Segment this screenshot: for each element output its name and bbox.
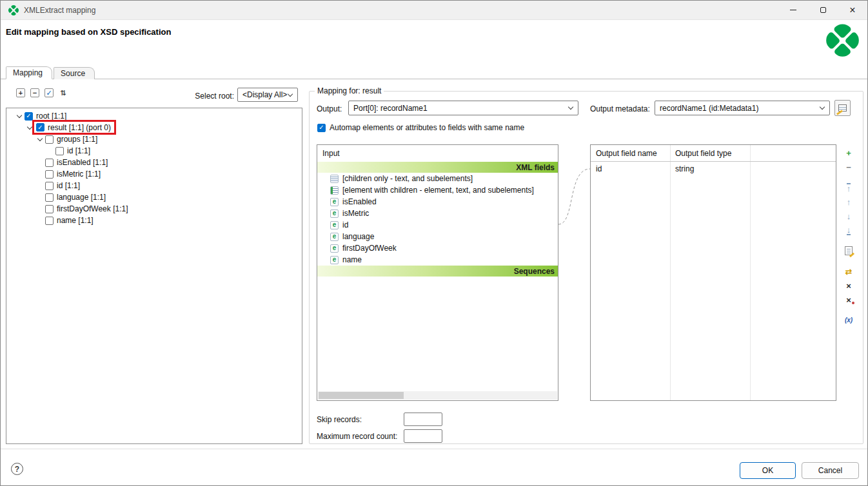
- tree-row[interactable]: id [1:1]: [6, 180, 302, 191]
- xsd-tree: root [1:1]result [1:1] (port 0)groups [1…: [6, 108, 302, 444]
- tree-row[interactable]: id [1:1]: [6, 145, 302, 157]
- column-divider: [750, 145, 751, 400]
- cancel-button[interactable]: Cancel: [802, 462, 859, 479]
- output-field-name-cell: id: [591, 164, 670, 173]
- automap-icon[interactable]: ⇄: [842, 266, 855, 277]
- input-field-list: XML fields[children only - text, and sub…: [317, 162, 558, 277]
- xpath-icon[interactable]: (x): [842, 315, 855, 326]
- input-field-label: id: [342, 220, 348, 229]
- add-field-icon[interactable]: +: [842, 147, 855, 159]
- automap-checkbox-label: Automap elements or attributes to fields…: [330, 123, 524, 132]
- output-table-column-header: Output field name: [591, 145, 670, 161]
- tree-node-checkbox[interactable]: [45, 135, 54, 144]
- input-field-item[interactable]: [element with children - element, text, …: [317, 184, 558, 196]
- automap-checkbox[interactable]: [317, 124, 326, 132]
- maximize-button[interactable]: [808, 1, 838, 20]
- element-icon: e: [330, 221, 339, 229]
- ok-button[interactable]: OK: [740, 462, 796, 479]
- tree-node-label: id [1:1]: [57, 181, 80, 190]
- tree-row[interactable]: groups [1:1]: [6, 133, 302, 145]
- clear-mappings-icon[interactable]: ×: [842, 294, 855, 306]
- tree-node-checkbox[interactable]: [45, 170, 54, 179]
- select-root-value: <Display All>: [242, 90, 287, 99]
- tree-node-checkbox[interactable]: [45, 205, 54, 213]
- remove-field-icon[interactable]: −: [842, 161, 855, 173]
- tree-node-checkbox[interactable]: [45, 217, 54, 225]
- xmlextract-mapping-dialog: XMLExtract mapping × Edit mapping based …: [0, 0, 868, 486]
- output-label: Output:: [317, 104, 342, 113]
- tab-source[interactable]: Source: [54, 67, 95, 79]
- select-root-combo[interactable]: <Display All>: [237, 88, 298, 102]
- tree-node-checkbox[interactable]: [45, 182, 54, 190]
- dialog-content: +−✓⇅ Select root: <Display All> root [1:…: [1, 79, 867, 449]
- input-field-item[interactable]: ename: [317, 254, 558, 266]
- check-elements-icon[interactable]: ✓: [44, 88, 54, 97]
- input-field-label: language: [342, 232, 374, 241]
- expand-all-icon[interactable]: +: [16, 88, 25, 97]
- edit-metadata-button[interactable]: [834, 100, 851, 116]
- input-field-item[interactable]: eisEnabled: [317, 196, 558, 208]
- tree-node-checkbox[interactable]: [25, 112, 33, 121]
- annotation-highlight-box: result [1:1] (port 0): [32, 120, 116, 135]
- output-metadata-value: recordName1 (id:Metadata1): [660, 104, 758, 113]
- tree-node-checkbox[interactable]: [45, 193, 54, 202]
- tree-node-checkbox[interactable]: [36, 123, 44, 131]
- tree-expander-icon[interactable]: [35, 139, 45, 141]
- close-icon: ×: [849, 5, 855, 15]
- tree-expander-icon[interactable]: [14, 115, 25, 117]
- maximize-icon: [820, 7, 826, 13]
- tree-row[interactable]: firstDayOfWeek [1:1]: [6, 203, 302, 215]
- tree-row[interactable]: isMetric [1:1]: [6, 168, 302, 180]
- output-table-column-header: Output field type: [670, 145, 750, 161]
- element-children-icon: [330, 186, 339, 195]
- element-icon: e: [330, 244, 339, 253]
- element-icon: e: [330, 233, 339, 241]
- mapping-group-title: Mapping for: result: [315, 86, 384, 95]
- max-record-count-input[interactable]: [404, 429, 442, 443]
- skip-records-label: Skip records:: [317, 415, 362, 424]
- input-field-item[interactable]: elanguage: [317, 231, 558, 242]
- tree-row[interactable]: result [1:1] (port 0): [6, 122, 302, 133]
- tree-sync-icon[interactable]: ⇅: [59, 88, 68, 97]
- output-table-column-header-empty: [750, 145, 836, 161]
- close-button[interactable]: ×: [838, 1, 867, 20]
- input-field-item[interactable]: [children only - text, and subelements]: [317, 173, 558, 184]
- scrollbar-thumb[interactable]: [319, 392, 404, 399]
- element-icon: e: [330, 256, 339, 264]
- tree-node-checkbox[interactable]: [55, 147, 64, 155]
- minimize-button[interactable]: [778, 1, 808, 20]
- input-field-item[interactable]: eisMetric: [317, 208, 558, 219]
- move-down-icon[interactable]: ↓: [842, 210, 855, 222]
- output-table-row[interactable]: idstring: [591, 162, 836, 176]
- tab-mapping[interactable]: Mapping: [6, 66, 52, 79]
- move-first-icon[interactable]: ↑: [842, 182, 855, 193]
- collapse-all-icon[interactable]: −: [30, 88, 39, 97]
- output-field-type-cell: string: [670, 164, 750, 173]
- dialog-heading: Edit mapping based on XSD specification: [6, 27, 171, 37]
- tree-row[interactable]: name [1:1]: [6, 215, 302, 226]
- horizontal-scrollbar[interactable]: [318, 391, 557, 400]
- input-fields-panel: Input XML fields[children only - text, a…: [317, 144, 558, 401]
- remove-mapping-icon[interactable]: ×: [842, 280, 855, 291]
- tree-toolbar: +−✓⇅: [16, 88, 68, 97]
- app-icon: [7, 4, 20, 17]
- input-field-label: name: [342, 255, 362, 264]
- output-fields-table: Output field nameOutput field type idstr…: [590, 144, 836, 401]
- output-table-body: idstring: [591, 162, 836, 176]
- tree-node-label: isEnabled [1:1]: [57, 158, 108, 167]
- output-metadata-combo[interactable]: recordName1 (id:Metadata1): [655, 101, 830, 115]
- move-last-icon[interactable]: ↓: [842, 224, 855, 236]
- edit-metadata-icon[interactable]: [842, 245, 855, 257]
- tree-row[interactable]: language [1:1]: [6, 191, 302, 203]
- input-field-label: isEnabled: [342, 197, 377, 206]
- help-button[interactable]: ?: [11, 463, 23, 475]
- input-field-item[interactable]: efirstDayOfWeek: [317, 242, 558, 254]
- move-up-icon[interactable]: ↑: [842, 196, 855, 208]
- input-section-label: Sequences: [514, 267, 555, 276]
- output-port-combo[interactable]: Port[0]: recordName1: [348, 101, 578, 115]
- tree-node-checkbox[interactable]: [45, 159, 54, 167]
- tree-row[interactable]: isEnabled [1:1]: [6, 157, 302, 168]
- input-field-item[interactable]: eid: [317, 219, 558, 231]
- skip-records-input[interactable]: [404, 413, 442, 426]
- input-section-band: Sequences: [317, 266, 558, 277]
